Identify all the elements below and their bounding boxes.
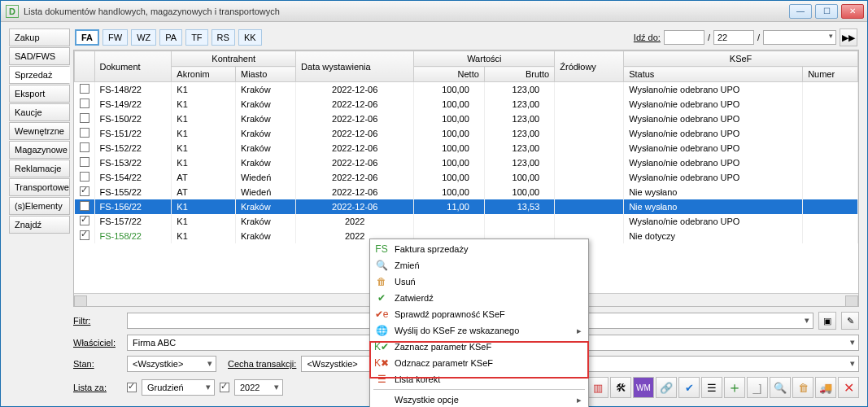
table-row[interactable]: FS-150/22K1Kraków2022-12-06100,00123,00W… xyxy=(75,112,858,126)
filter-toggle-button[interactable]: ▣ xyxy=(818,312,836,330)
maximize-button[interactable]: ☐ xyxy=(815,4,838,19)
table-row[interactable]: FS-156/22K1Kraków2022-12-0611,0013,53Nie… xyxy=(75,199,858,214)
month-checkbox[interactable] xyxy=(127,383,137,392)
tb-check-icon[interactable]: ✔ xyxy=(678,377,700,398)
tb-search-icon[interactable]: 🔍 xyxy=(770,377,791,398)
row-checkbox[interactable] xyxy=(80,216,89,225)
top-tab-FA[interactable]: FA xyxy=(75,29,99,46)
tb-columns-icon[interactable]: ▥ xyxy=(587,377,608,398)
col-zrodlowy[interactable]: Źródłowy xyxy=(555,51,624,82)
side-tab-wewnętrzne[interactable]: Wewnętrzne xyxy=(9,122,70,140)
row-checkbox[interactable] xyxy=(80,157,89,167)
col-akronim[interactable]: Akronim xyxy=(172,67,236,82)
goto-go-button[interactable]: ▶▶ xyxy=(840,28,857,46)
menu-item[interactable]: ✔Zatwierdź xyxy=(370,290,588,306)
side-tab-eksport[interactable]: Eksport xyxy=(9,85,70,103)
menu-item[interactable]: K✖Odznacz parametr KSeF xyxy=(370,355,588,371)
tb-close-icon[interactable]: ✕ xyxy=(838,377,859,398)
table-row[interactable]: FS-152/22K1Kraków2022-12-06100,00123,00W… xyxy=(75,141,858,155)
row-checkbox[interactable] xyxy=(80,98,89,108)
row-checkbox[interactable] xyxy=(80,128,89,138)
goto-sep: / xyxy=(708,33,710,42)
tb-tools-icon[interactable]: 🛠 xyxy=(610,377,631,398)
col-miasto[interactable]: Miasto xyxy=(235,67,295,82)
context-menu[interactable]: FSFaktura sprzedaży🔍Zmień🗑Usuń✔Zatwierdź… xyxy=(369,239,589,407)
row-checkbox[interactable] xyxy=(80,172,89,182)
stan-combo[interactable]: <Wszystkie> xyxy=(127,356,216,372)
side-tab-magazynowe[interactable]: Magazynowe xyxy=(9,141,70,159)
top-tab-PA[interactable]: PA xyxy=(159,29,182,46)
col-wartosci[interactable]: Wartości xyxy=(414,51,555,67)
row-checkbox[interactable] xyxy=(80,230,89,240)
side-tab-sad/fws[interactable]: SAD/FWS xyxy=(9,47,70,65)
row-checkbox[interactable] xyxy=(80,186,89,196)
top-tab-KK[interactable]: KK xyxy=(238,29,262,46)
goto-input-1[interactable] xyxy=(664,30,704,45)
tb-add-icon[interactable]: ＋ xyxy=(724,377,745,398)
table-row[interactable]: FS-155/22ATWiedeń2022-12-06100,00100,00N… xyxy=(75,185,858,199)
top-tab-TF[interactable]: TF xyxy=(185,29,207,46)
col-kontrahent[interactable]: Kontrahent xyxy=(172,51,296,67)
tb-sub-icon[interactable]: _] xyxy=(747,377,768,398)
submenu-arrow-icon: ▸ xyxy=(577,395,582,405)
wlasciciel-label: Właściciel: xyxy=(73,338,122,348)
row-checkbox[interactable] xyxy=(80,201,89,211)
side-tabs: ZakupSAD/FWSSprzedażEksportKaucjeWewnętr… xyxy=(9,27,70,398)
col-netto[interactable]: Netto xyxy=(414,67,484,82)
col-numer[interactable]: Numer xyxy=(803,67,858,82)
table-row[interactable]: FS-149/22K1Kraków2022-12-06100,00123,00W… xyxy=(75,97,858,112)
col-brutto[interactable]: Brutto xyxy=(484,67,554,82)
side-tab-kaucje[interactable]: Kaucje xyxy=(9,103,70,121)
side-tab-reklamacje[interactable]: Reklamacje xyxy=(9,160,70,177)
year-checkbox[interactable] xyxy=(220,383,229,392)
goto-year-combo[interactable] xyxy=(763,30,836,45)
table-row[interactable]: FS-154/22ATWiedeń2022-12-06100,00100,00W… xyxy=(75,170,858,185)
bottom-toolbar: Σ ▥ 🛠 WM 🔗 ✔ ☰ ＋ _] 🔍 🗑 🚚 ✕ xyxy=(565,377,859,398)
year-combo[interactable]: 2022 xyxy=(234,379,283,396)
menu-item[interactable]: ✔eSprawdź poprawność KSeF xyxy=(370,306,588,322)
menu-item[interactable]: ☰Lista korekt xyxy=(370,371,588,387)
menu-icon: ✔ xyxy=(373,292,390,304)
col-dokument[interactable]: Dokument xyxy=(94,51,172,82)
goto-input-2[interactable] xyxy=(713,30,754,45)
tb-wm-icon[interactable]: WM xyxy=(633,377,654,398)
side-tab-(s)elementy[interactable]: (s)Elementy xyxy=(9,197,70,215)
table-row[interactable]: FS-151/22K1Kraków2022-12-06100,00123,00W… xyxy=(75,126,858,141)
row-checkbox[interactable] xyxy=(80,142,89,152)
tb-delete-icon[interactable]: 🗑 xyxy=(792,377,813,398)
side-tab-znajdź[interactable]: Znajdź xyxy=(9,216,70,234)
row-checkbox[interactable] xyxy=(80,113,89,123)
menu-label: Zmień xyxy=(395,260,420,270)
side-tab-sprzedaż[interactable]: Sprzedaż xyxy=(9,66,70,84)
top-tab-WZ[interactable]: WZ xyxy=(131,29,156,46)
col-status[interactable]: Status xyxy=(624,67,803,82)
col-ksef[interactable]: KSeF xyxy=(624,51,858,67)
menu-item[interactable]: 🌐Wyślij do KSeF ze wskazanego▸ xyxy=(370,322,588,339)
table-row[interactable]: FS-153/22K1Kraków2022-12-06100,00123,00W… xyxy=(75,155,858,170)
menu-label: Wyślij do KSeF ze wskazanego xyxy=(395,326,519,335)
goto-label: Idź do: xyxy=(634,33,661,42)
minimize-button[interactable]: — xyxy=(789,4,812,19)
tb-list-icon[interactable]: ☰ xyxy=(701,377,722,398)
menu-item[interactable]: 🗑Usuń xyxy=(370,274,588,290)
side-tab-transportowe[interactable]: Transportowe xyxy=(9,178,70,196)
filter-edit-button[interactable]: ✎ xyxy=(841,312,859,330)
top-tab-RS[interactable]: RS xyxy=(212,29,235,46)
table-row[interactable]: FS-148/22K1Kraków2022-12-06100,00123,00W… xyxy=(75,82,858,98)
menu-icon: ✔e xyxy=(373,309,390,320)
side-tab-zakup[interactable]: Zakup xyxy=(9,28,70,46)
menu-item[interactable]: 🔍Zmień xyxy=(370,257,588,274)
menu-item[interactable]: FSFaktura sprzedaży xyxy=(370,241,588,257)
tb-link-icon[interactable]: 🔗 xyxy=(656,377,677,398)
stan-label: Stan: xyxy=(73,359,122,369)
table-row[interactable]: FS-157/22K1Kraków2022Wysłano/nie odebran… xyxy=(75,214,858,229)
menu-item[interactable]: K✔Zaznacz parametr KSeF xyxy=(370,339,588,355)
goto-panel: Idź do: / / ▶▶ xyxy=(634,28,857,46)
close-button[interactable]: ✕ xyxy=(841,4,864,19)
row-checkbox[interactable] xyxy=(80,84,89,94)
month-combo[interactable]: Grudzień xyxy=(142,379,215,396)
col-data[interactable]: Data wystawienia xyxy=(296,51,414,82)
menu-item[interactable]: Wszystkie opcje▸ xyxy=(370,392,588,407)
tb-truck-icon[interactable]: 🚚 xyxy=(815,377,836,398)
top-tab-FW[interactable]: FW xyxy=(103,29,128,46)
